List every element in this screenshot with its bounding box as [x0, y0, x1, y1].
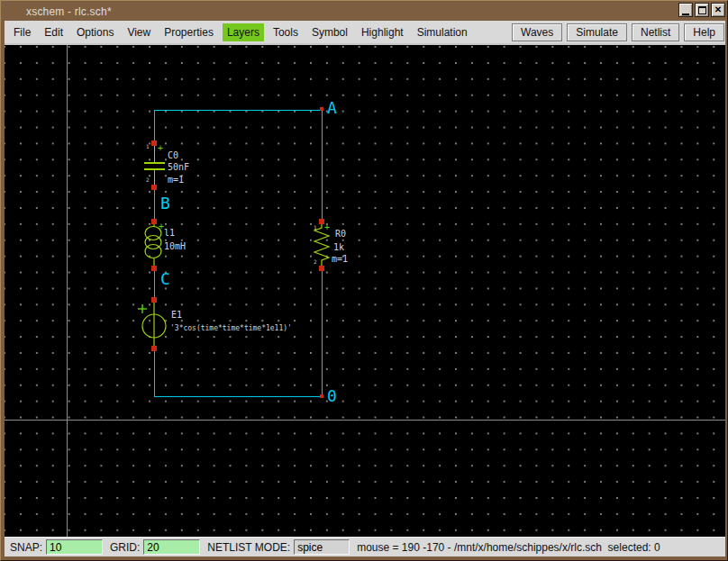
menu-file[interactable]: File — [9, 23, 35, 41]
capacitor-plate-top — [144, 162, 165, 164]
voltage-source-icon — [136, 300, 172, 348]
wire-ind-to-src[interactable] — [154, 268, 155, 300]
capacitor-lead-top — [154, 143, 155, 162]
resistor-pin2-number: 2 — [314, 258, 317, 265]
schematic-canvas[interactable]: 1 2 + C0 50nF m=1 + l1 10mH — [5, 43, 725, 537]
simulate-button[interactable]: Simulate — [567, 23, 627, 41]
grid-label: GRID: — [110, 541, 140, 554]
resistor-plus-mark: + — [324, 223, 330, 232]
snap-label: SNAP: — [10, 541, 42, 554]
pin-marker — [319, 266, 324, 271]
menu-options[interactable]: Options — [72, 23, 118, 41]
maximize-button[interactable] — [695, 3, 709, 17]
minimize-button[interactable] — [678, 3, 693, 17]
wire-left-a-to-cap[interactable] — [154, 110, 155, 143]
close-icon: ✕ — [714, 5, 722, 14]
net-label-c[interactable]: C — [160, 271, 170, 287]
netlist-mode-input[interactable] — [294, 539, 350, 555]
window-title: xschem - rlc.sch* — [5, 5, 112, 18]
wire-cap-to-ind[interactable] — [154, 187, 155, 222]
origin-axis-horizontal — [5, 420, 725, 421]
wire-bottom[interactable] — [154, 396, 323, 397]
snap-input[interactable] — [46, 539, 103, 555]
wire-right-upper[interactable] — [322, 110, 323, 222]
pin-marker — [151, 140, 157, 146]
wire-endpoint-marker — [320, 107, 323, 111]
inductor-value: 10mH — [164, 241, 186, 252]
netlist-mode-label: NETLIST MODE: — [207, 541, 290, 554]
close-button[interactable]: ✕ — [711, 3, 725, 17]
source-value: '3*cos(time*time*time*1e11)' — [170, 324, 292, 332]
net-label-b[interactable]: B — [160, 195, 170, 212]
mouse-status-text: mouse = 190 -170 - /mnt/x/home/schippes/… — [357, 541, 660, 554]
menu-tools[interactable]: Tools — [268, 23, 303, 41]
pin-marker — [151, 297, 157, 303]
minimize-icon — [682, 14, 689, 15]
menu-properties[interactable]: Properties — [159, 23, 218, 41]
wire-top[interactable] — [154, 110, 323, 111]
menu-view[interactable]: View — [123, 23, 155, 41]
source-ref: E1 — [171, 310, 182, 321]
inductor-l1[interactable]: + l1 10mH — [141, 222, 241, 268]
capacitor-plus-mark: + — [158, 144, 163, 153]
menu-layers[interactable]: Layers — [223, 23, 264, 41]
inductor-ref: l1 — [164, 228, 175, 239]
pin-marker — [151, 346, 157, 351]
source-e1[interactable]: E1 '3*cos(time*time*time*1e11)' — [136, 300, 334, 348]
pin-marker — [319, 219, 324, 224]
menu-edit[interactable]: Edit — [40, 23, 68, 41]
window-controls: ✕ — [678, 3, 725, 17]
resistor-r0[interactable]: 1 2 + R0 1k m=1 — [311, 222, 401, 268]
maximize-icon — [698, 6, 706, 14]
capacitor-pin2-number: 2 — [146, 176, 150, 183]
net-label-a[interactable]: A — [327, 100, 337, 116]
help-button[interactable]: Help — [684, 23, 724, 41]
menu-highlight[interactable]: Highlight — [357, 23, 408, 41]
netlist-button[interactable]: Netlist — [632, 23, 679, 41]
menu-symbol[interactable]: Symbol — [307, 23, 352, 41]
resistor-pin1-number: 1 — [314, 224, 317, 231]
wire-src-to-bottom[interactable] — [154, 348, 155, 396]
xschem-window: xschem - rlc.sch* ✕ File Edit Options Vi… — [0, 0, 728, 561]
grid-input[interactable] — [143, 539, 200, 555]
menu-simulation[interactable]: Simulation — [413, 23, 472, 41]
net-label-gnd[interactable]: 0 — [327, 388, 337, 404]
resistor-ref: R0 — [335, 229, 346, 240]
capacitor-value: 50nF — [168, 162, 189, 173]
capacitor-mult: m=1 — [168, 175, 184, 185]
wire-endpoint-marker — [320, 394, 323, 398]
waves-button[interactable]: Waves — [512, 23, 562, 41]
title-bar[interactable]: xschem - rlc.sch* — [5, 3, 725, 21]
capacitor-pin1-number: 1 — [146, 143, 150, 149]
capacitor-ref: C0 — [168, 150, 178, 161]
resistor-mult: m=1 — [332, 254, 348, 265]
pin-marker — [151, 185, 157, 190]
menu-bar: File Edit Options View Properties Layers… — [5, 21, 725, 43]
origin-axis-vertical — [67, 45, 68, 537]
resistor-value: 1k — [333, 242, 344, 253]
pin-marker — [151, 219, 157, 224]
pin-marker — [151, 266, 157, 271]
status-bar: SNAP: GRID: NETLIST MODE: mouse = 190 -1… — [5, 537, 725, 556]
